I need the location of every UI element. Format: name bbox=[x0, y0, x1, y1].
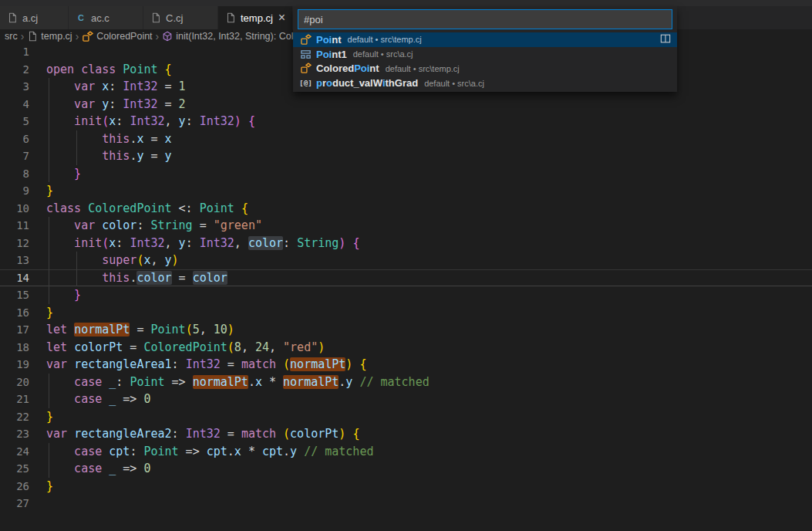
title-bar bbox=[0, 0, 812, 6]
code-token: : bbox=[109, 79, 123, 93]
breadcrumb-item-src[interactable]: src bbox=[5, 31, 18, 42]
editor[interactable]: 12open class Point {3 var x: Int32 = 14 … bbox=[0, 43, 812, 531]
highlighted-token: normalPt bbox=[283, 375, 339, 389]
code-token: , bbox=[150, 253, 164, 267]
quick-open-result[interactable]: ColoredPointdefault • src\temp.cj bbox=[293, 62, 677, 76]
code-token: // matched bbox=[359, 375, 429, 389]
result-label: Point1 bbox=[316, 49, 347, 60]
tab-C.cj[interactable]: C.cj bbox=[143, 6, 218, 29]
code-token: rectangleArea2 bbox=[74, 427, 171, 441]
code-line: 23var rectangleArea2: Int32 = match (col… bbox=[0, 425, 812, 443]
code-token: this bbox=[46, 271, 130, 285]
code-line: 17let normalPt = Point(5, 10) bbox=[0, 321, 812, 339]
code-token: y bbox=[165, 149, 172, 163]
code-line: 10class ColoredPoint <: Point { bbox=[0, 200, 812, 218]
indent-guide bbox=[76, 147, 77, 165]
code-token: => bbox=[179, 445, 207, 458]
code-token: color bbox=[102, 218, 136, 232]
code-token: 24 bbox=[255, 340, 269, 354]
svg-text:[@]: [@] bbox=[299, 79, 312, 87]
indent-guide bbox=[49, 113, 49, 130]
breadcrumb-label: src bbox=[5, 31, 18, 42]
line-number: 8 bbox=[0, 165, 29, 183]
quick-open-result[interactable]: [@]product_valWithGraddefault • src\a.cj bbox=[293, 76, 677, 90]
tab-ac.c[interactable]: Cac.c bbox=[69, 6, 143, 29]
code-token: String bbox=[297, 236, 339, 250]
code-token: = bbox=[158, 97, 179, 111]
code-token: String bbox=[150, 218, 192, 232]
code-token: case bbox=[46, 392, 109, 406]
code-token: _ bbox=[109, 392, 116, 406]
code-token: = bbox=[221, 427, 241, 441]
code-token: match bbox=[241, 357, 283, 371]
code-token: Point bbox=[130, 375, 164, 389]
code-line: 19var rectangleArea1: Int32 = match (nor… bbox=[0, 356, 812, 374]
file-icon bbox=[225, 12, 236, 23]
tab-label: temp.cj bbox=[241, 12, 273, 24]
indent-guide bbox=[49, 460, 49, 478]
line-number: 10 bbox=[0, 200, 29, 218]
code-line: 26} bbox=[0, 478, 812, 495]
code-token: : bbox=[172, 357, 186, 371]
code-token: Int32 bbox=[123, 79, 157, 93]
code-token: : bbox=[130, 445, 143, 458]
result-description: default • src\a.cj bbox=[353, 49, 413, 59]
code-token: let bbox=[46, 323, 74, 337]
line-number: 24 bbox=[0, 443, 29, 461]
code-token: ) bbox=[227, 323, 234, 337]
indent-guide bbox=[49, 391, 49, 408]
line-number: 25 bbox=[0, 460, 29, 478]
code-line: 14 this.color = color bbox=[0, 269, 812, 287]
indent-guide bbox=[49, 147, 49, 165]
code-token: var bbox=[46, 97, 102, 111]
code-token: : bbox=[186, 114, 200, 128]
tab-temp.cj[interactable]: temp.cj× bbox=[218, 6, 293, 29]
split-editor-button[interactable] bbox=[660, 33, 671, 46]
code-token: . bbox=[339, 375, 345, 389]
code-token: = bbox=[130, 323, 150, 337]
code-token: ColoredPoint bbox=[143, 340, 227, 354]
quick-open-result[interactable]: Pointdefault • src\temp.cj bbox=[293, 32, 677, 47]
close-icon[interactable]: × bbox=[278, 12, 285, 24]
code-token bbox=[241, 114, 248, 128]
indent-guide bbox=[76, 252, 77, 269]
code-token: class bbox=[46, 201, 88, 215]
quick-open-input[interactable] bbox=[298, 9, 672, 29]
code-line: 20 case _: Point => normalPt.x * normalP… bbox=[0, 374, 812, 391]
line-number: 21 bbox=[0, 391, 29, 408]
breadcrumb-item-ColoredPoint[interactable]: ColoredPoint bbox=[82, 31, 152, 42]
line-number: 18 bbox=[0, 339, 29, 357]
code-token: } bbox=[46, 184, 53, 198]
code-token: * bbox=[262, 375, 283, 389]
code-token: : bbox=[172, 427, 186, 441]
quick-open-input-wrap bbox=[293, 6, 677, 32]
line-number: 6 bbox=[0, 130, 29, 148]
tab-a.cj[interactable]: a.cj bbox=[0, 6, 69, 29]
indent-guide bbox=[49, 217, 49, 235]
code-token: . bbox=[248, 375, 255, 389]
result-description: default • src\temp.cj bbox=[348, 35, 422, 44]
breadcrumb-label: ColoredPoint bbox=[96, 31, 152, 42]
code-token: case bbox=[46, 375, 109, 389]
line-number: 5 bbox=[0, 113, 29, 130]
code-token: = bbox=[143, 132, 164, 146]
indent-guide bbox=[49, 130, 49, 148]
indent-guide bbox=[49, 269, 49, 287]
tab-label: a.cj bbox=[22, 12, 38, 24]
code-token: { bbox=[352, 236, 359, 250]
quick-open-result[interactable]: Point1default • src\a.cj bbox=[293, 47, 677, 62]
breadcrumb-item-temp.cj[interactable]: temp.cj bbox=[27, 31, 72, 42]
code-line: 15 } bbox=[0, 286, 812, 304]
code-token: : bbox=[116, 114, 130, 128]
code-token: { bbox=[248, 114, 255, 128]
code-line: 27 bbox=[0, 495, 812, 512]
code-token: 1 bbox=[179, 79, 186, 93]
code-token: case bbox=[46, 462, 109, 475]
code-line: 5 init(x: Int32, y: Int32) { bbox=[0, 113, 812, 130]
line-number: 1 bbox=[0, 43, 29, 61]
code-token: // matched bbox=[304, 445, 373, 458]
breadcrumb-separator: › bbox=[153, 31, 163, 42]
line-number: 3 bbox=[0, 78, 29, 96]
code-token: x bbox=[102, 79, 109, 93]
code-token: 8 bbox=[234, 340, 241, 354]
